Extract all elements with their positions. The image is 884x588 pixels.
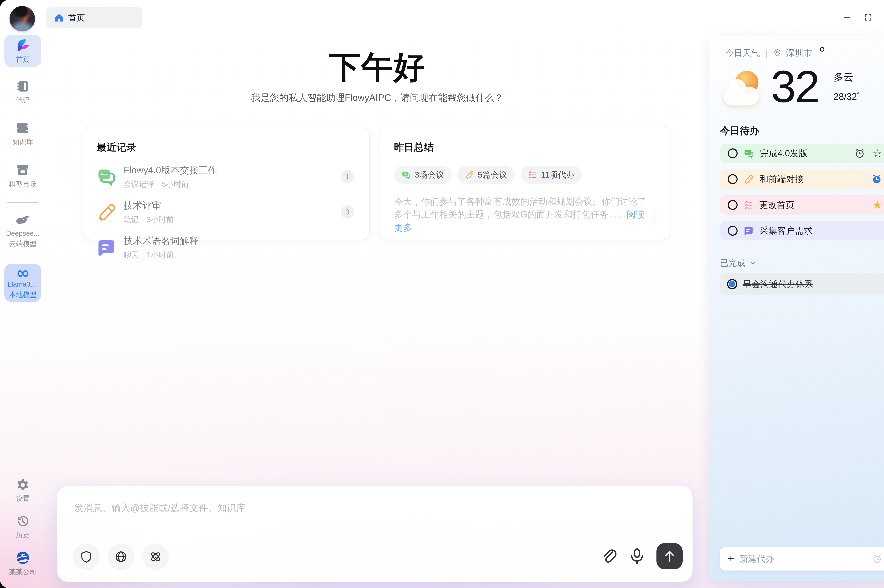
summary-text: 今天，你们参与了各种富有成效的活动和规划会议。你们讨论了多个与工作相关的主题，包… [394,195,652,234]
sidebar-item-home[interactable]: 首页 [5,34,41,67]
sidebar-item-label: Llama3.... [8,280,38,289]
star-filled-icon[interactable]: ★ [872,200,882,210]
yesterday-summary-title: 昨日总结 [394,141,656,154]
recent-item-title: 技术评审 [123,199,174,212]
tab-home[interactable]: 首页 [46,7,142,28]
sidebar-item-label: 模型市场 [9,180,37,189]
minimize-button[interactable] [841,12,852,23]
weather-header: 今日天气 | 深圳市 [725,47,812,59]
sidebar-item-settings[interactable]: 设置 [16,478,30,503]
sidebar-item-company[interactable]: 某某公司 [9,551,37,577]
alarm-outline-icon[interactable] [872,554,882,564]
checklist-icon [744,200,753,210]
pencil-icon [97,202,116,222]
recent-item-type: 聊天 [123,250,139,260]
recent-item-glossary[interactable]: 技术术语名词解释 聊天 1小时前 [97,235,356,260]
sidebar-item-sublabel: 本地模型 [9,290,37,300]
recent-item-review[interactable]: 技术评审 笔记 3小时前 3 [97,199,356,225]
todo-list: 完成4.0发版 ☆ 和前端对接 [720,144,884,240]
composer-actions [601,543,683,569]
recent-item-time: 3小时前 [147,214,174,225]
notes-pill[interactable]: 5篇会议 [457,166,515,184]
yesterday-summary-card: 昨日总结 3场会议 5篇会议 11项代办 今天，你们参与了各种富有 [380,127,670,240]
alarm-blue-icon[interactable] [871,174,882,184]
plus-icon: + [728,553,734,564]
weather-city[interactable]: 深圳市 [786,47,812,59]
microphone-icon[interactable] [629,548,645,564]
todo-checkbox[interactable] [728,148,738,158]
star-outline-icon[interactable]: ☆ [872,148,882,159]
completed-radio-icon[interactable] [727,279,737,289]
notebook-icon [16,80,30,93]
sidebar-item-knowledge[interactable]: 知识库 [12,120,33,147]
completed-todo-item[interactable]: 早会沟通代办体系 [720,273,884,295]
completed-label: 已完成 [720,257,746,269]
tab-home-label: 首页 [68,12,85,23]
sidebar-item-label: 设置 [16,494,30,503]
todo-item-label: 和前端对接 [759,173,865,185]
recent-item-time: 1小时前 [147,250,174,260]
globe-button[interactable] [108,543,134,570]
sidebar-item-label: 笔记 [16,96,30,105]
sidebar-divider [7,202,38,203]
sidebar-item-label: 历史 [16,530,30,540]
sidebar-item-label: 首页 [16,55,30,64]
meetings-pill[interactable]: 3场会议 [394,166,451,184]
meta-infinity-icon: ∞ [16,266,30,279]
weather-range: 28/32 [833,92,857,102]
pill-label: 5篇会议 [478,169,507,180]
sidebar-item-local-model[interactable]: ∞ Llama3.... 本地模型 [5,264,41,302]
completed-section-toggle[interactable]: 已完成 [720,257,757,269]
todo-section-title: 今日待办 [720,124,759,138]
sidebar-item-notes[interactable]: 笔记 [16,80,30,105]
storefront-icon [15,163,30,177]
right-panel: 今日天气 | 深圳市 32 ° 多云 28/32° 今日待办 完成4.0 [709,36,884,581]
chat-doc-icon [97,238,116,257]
sidebar-item-history[interactable]: 历史 [16,514,30,540]
todo-checkbox[interactable] [728,226,738,236]
clock-icon[interactable] [854,148,865,159]
whale-icon [15,215,30,226]
recent-item-time: 5小时前 [162,179,189,189]
company-logo-icon [16,551,30,565]
greeting-title: 下午好 [46,46,709,89]
recent-item-type: 会议记译 [123,179,154,189]
new-todo-label: 新建代办 [740,553,867,565]
atom-button[interactable] [142,543,169,570]
sidebar-item-cloud-model[interactable]: Deepsee... 云端模型 [6,215,40,248]
sidebar-item-label: Deepsee... [6,229,40,238]
sidebar: 首页 笔记 知识库 模型市场 Deepsee... 云端 [0,34,46,588]
todo-item-label: 完成4.0发版 [760,147,848,159]
send-button[interactable] [657,543,683,569]
todo-checkbox[interactable] [728,174,738,184]
sidebar-item-market[interactable]: 模型市场 [9,163,37,189]
composer-tools [73,543,169,570]
avatar[interactable] [9,6,35,32]
todo-item-release[interactable]: 完成4.0发版 ☆ [720,144,884,163]
new-todo-button[interactable]: + 新建代办 [720,547,884,570]
recent-item-meeting[interactable]: Flowy4.0版本交接工作 会议记译 5小时前 1 [97,164,356,189]
maximize-button[interactable] [863,12,874,23]
recent-item-title: 技术术语名词解释 [123,235,198,248]
weather-widget: 32 ° 多云 28/32° [722,66,860,110]
chat-doc-icon [744,226,753,236]
todo-item-frontend[interactable]: 和前端对接 [720,170,884,189]
todo-checkbox[interactable] [728,200,738,210]
attachment-icon[interactable] [601,548,618,564]
todos-pill[interactable]: 11项代办 [521,166,582,184]
todo-item-requirements[interactable]: 采集客户需求 [720,221,884,240]
recent-item-title: Flowy4.0版本交接工作 [123,164,217,177]
chevron-down-icon [750,260,757,267]
shield-button[interactable] [73,543,99,570]
checklist-icon [528,170,537,179]
weather-temp: 32 [771,66,819,107]
unread-badge: 1 [341,170,354,183]
todo-item-label: 采集客户需求 [759,225,882,237]
todo-item-homepage[interactable]: 更改首页 ★ [720,195,884,214]
meeting-chat-icon [401,170,411,179]
summary-pills: 3场会议 5篇会议 11项代办 [394,166,656,184]
message-composer[interactable]: 发消息、输入@技能或/选择文件、知识库 [57,485,693,582]
completed-item-label: 早会沟通代办体系 [743,278,813,290]
recent-records-card: 最近记录 Flowy4.0版本交接工作 会议记译 5小时前 1 技术 [83,127,370,240]
greeting-subtitle: 我是您的私人智能助理FlowyAIPC，请问现在能帮您做什么？ [46,92,709,104]
